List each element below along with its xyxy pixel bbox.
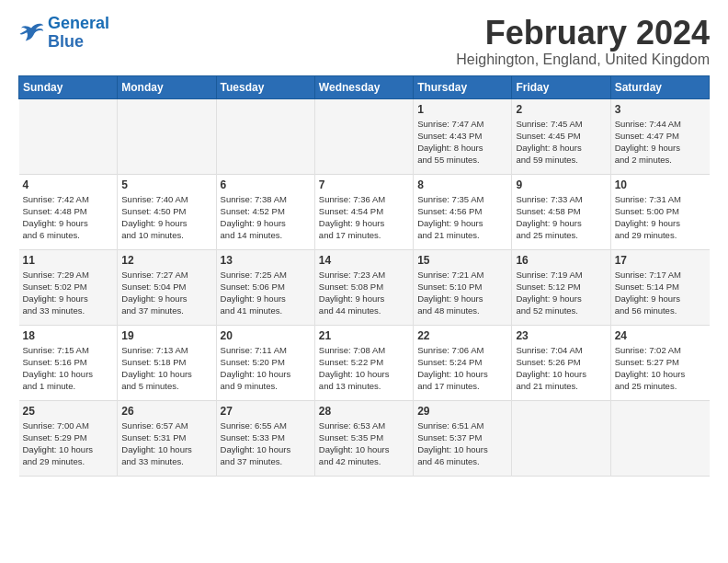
calendar-cell: 26Sunrise: 6:57 AM Sunset: 5:31 PM Dayli… [118, 400, 216, 476]
calendar-cell: 8Sunrise: 7:35 AM Sunset: 4:56 PM Daylig… [414, 174, 512, 249]
title-section: February 2024 Heighington, England, Unit… [456, 15, 710, 68]
logo-bird-icon [18, 22, 44, 44]
day-info: Sunrise: 7:17 AM Sunset: 5:14 PM Dayligh… [615, 269, 706, 317]
calendar-cell: 1Sunrise: 7:47 AM Sunset: 4:43 PM Daylig… [414, 98, 512, 174]
calendar-cell: 21Sunrise: 7:08 AM Sunset: 5:22 PM Dayli… [314, 325, 413, 400]
weekday-header-monday: Monday [118, 75, 216, 98]
calendar-cell [512, 400, 610, 476]
day-number: 28 [319, 405, 409, 418]
weekday-header-saturday: Saturday [610, 75, 709, 98]
calendar-cell: 22Sunrise: 7:06 AM Sunset: 5:24 PM Dayli… [414, 325, 512, 400]
day-info: Sunrise: 7:38 AM Sunset: 4:52 PM Dayligh… [221, 193, 311, 242]
calendar-cell: 16Sunrise: 7:19 AM Sunset: 5:12 PM Dayli… [512, 249, 610, 325]
calendar-cell: 19Sunrise: 7:13 AM Sunset: 5:18 PM Dayli… [118, 325, 216, 400]
day-info: Sunrise: 7:21 AM Sunset: 5:10 PM Dayligh… [417, 269, 507, 317]
day-info: Sunrise: 6:53 AM Sunset: 5:35 PM Dayligh… [319, 419, 409, 468]
calendar-cell: 27Sunrise: 6:55 AM Sunset: 5:33 PM Dayli… [216, 400, 314, 476]
weekday-header-row: SundayMondayTuesdayWednesdayThursdayFrid… [19, 75, 710, 98]
calendar-cell: 5Sunrise: 7:40 AM Sunset: 4:50 PM Daylig… [118, 174, 216, 249]
calendar-cell [610, 400, 709, 476]
day-number: 22 [417, 329, 507, 342]
day-number: 16 [516, 254, 606, 267]
logo-text: General Blue [48, 15, 109, 52]
calendar-cell: 3Sunrise: 7:44 AM Sunset: 4:47 PM Daylig… [610, 98, 709, 174]
calendar-table: SundayMondayTuesdayWednesdayThursdayFrid… [18, 75, 710, 477]
day-info: Sunrise: 7:29 AM Sunset: 5:02 PM Dayligh… [23, 269, 114, 317]
calendar-week-row: 4Sunrise: 7:42 AM Sunset: 4:48 PM Daylig… [19, 174, 710, 249]
day-info: Sunrise: 7:00 AM Sunset: 5:29 PM Dayligh… [23, 419, 114, 468]
day-number: 7 [319, 178, 409, 191]
day-number: 25 [23, 405, 114, 418]
day-number: 13 [221, 254, 311, 267]
day-info: Sunrise: 7:33 AM Sunset: 4:58 PM Dayligh… [516, 193, 606, 242]
logo: General Blue [18, 15, 109, 52]
day-number: 11 [23, 254, 114, 267]
day-number: 21 [319, 329, 409, 342]
calendar-cell: 18Sunrise: 7:15 AM Sunset: 5:16 PM Dayli… [19, 325, 118, 400]
logo-general: General [48, 14, 109, 32]
day-number: 15 [417, 254, 507, 267]
day-number: 3 [615, 103, 706, 116]
calendar-cell: 4Sunrise: 7:42 AM Sunset: 4:48 PM Daylig… [19, 174, 118, 249]
day-number: 17 [615, 254, 706, 267]
calendar-cell: 2Sunrise: 7:45 AM Sunset: 4:45 PM Daylig… [512, 98, 610, 174]
day-info: Sunrise: 7:08 AM Sunset: 5:22 PM Dayligh… [319, 344, 409, 393]
calendar-cell: 7Sunrise: 7:36 AM Sunset: 4:54 PM Daylig… [314, 174, 413, 249]
day-number: 10 [615, 178, 706, 191]
day-info: Sunrise: 7:25 AM Sunset: 5:06 PM Dayligh… [221, 269, 311, 317]
calendar-cell: 15Sunrise: 7:21 AM Sunset: 5:10 PM Dayli… [414, 249, 512, 325]
calendar-cell: 14Sunrise: 7:23 AM Sunset: 5:08 PM Dayli… [314, 249, 413, 325]
day-info: Sunrise: 7:42 AM Sunset: 4:48 PM Dayligh… [23, 193, 114, 242]
day-number: 12 [121, 254, 211, 267]
day-number: 29 [417, 405, 507, 418]
day-number: 5 [121, 178, 211, 191]
month-title: February 2024 [456, 15, 710, 52]
day-number: 19 [121, 329, 211, 342]
day-info: Sunrise: 7:06 AM Sunset: 5:24 PM Dayligh… [417, 344, 507, 393]
day-number: 24 [615, 329, 706, 342]
calendar-week-row: 18Sunrise: 7:15 AM Sunset: 5:16 PM Dayli… [19, 325, 710, 400]
weekday-header-wednesday: Wednesday [314, 75, 413, 98]
day-number: 14 [319, 254, 409, 267]
day-number: 18 [23, 329, 114, 342]
weekday-header-tuesday: Tuesday [216, 75, 314, 98]
calendar-cell: 20Sunrise: 7:11 AM Sunset: 5:20 PM Dayli… [216, 325, 314, 400]
calendar-cell [118, 98, 216, 174]
calendar-cell [216, 98, 314, 174]
day-info: Sunrise: 7:11 AM Sunset: 5:20 PM Dayligh… [221, 344, 311, 393]
day-info: Sunrise: 7:19 AM Sunset: 5:12 PM Dayligh… [516, 269, 606, 317]
calendar-cell: 13Sunrise: 7:25 AM Sunset: 5:06 PM Dayli… [216, 249, 314, 325]
calendar-week-row: 25Sunrise: 7:00 AM Sunset: 5:29 PM Dayli… [19, 400, 710, 476]
day-number: 27 [221, 405, 311, 418]
day-info: Sunrise: 7:02 AM Sunset: 5:27 PM Dayligh… [615, 344, 706, 393]
day-info: Sunrise: 7:15 AM Sunset: 5:16 PM Dayligh… [23, 344, 114, 393]
page-header: General Blue February 2024 Heighington, … [18, 15, 710, 68]
day-info: Sunrise: 7:27 AM Sunset: 5:04 PM Dayligh… [121, 269, 211, 317]
calendar-cell: 12Sunrise: 7:27 AM Sunset: 5:04 PM Dayli… [118, 249, 216, 325]
weekday-header-thursday: Thursday [414, 75, 512, 98]
day-number: 9 [516, 178, 606, 191]
day-number: 4 [23, 178, 114, 191]
day-number: 1 [417, 103, 507, 116]
day-number: 8 [417, 178, 507, 191]
calendar-page: General Blue February 2024 Heighington, … [0, 0, 728, 488]
calendar-cell: 25Sunrise: 7:00 AM Sunset: 5:29 PM Dayli… [19, 400, 118, 476]
weekday-header-sunday: Sunday [19, 75, 118, 98]
location: Heighington, England, United Kingdom [456, 52, 710, 68]
day-number: 23 [516, 329, 606, 342]
day-info: Sunrise: 7:23 AM Sunset: 5:08 PM Dayligh… [319, 269, 409, 317]
day-info: Sunrise: 7:31 AM Sunset: 5:00 PM Dayligh… [615, 193, 706, 242]
calendar-cell: 29Sunrise: 6:51 AM Sunset: 5:37 PM Dayli… [414, 400, 512, 476]
day-info: Sunrise: 7:47 AM Sunset: 4:43 PM Dayligh… [417, 118, 507, 167]
day-info: Sunrise: 7:13 AM Sunset: 5:18 PM Dayligh… [121, 344, 211, 393]
day-info: Sunrise: 7:45 AM Sunset: 4:45 PM Dayligh… [516, 118, 606, 167]
day-info: Sunrise: 7:44 AM Sunset: 4:47 PM Dayligh… [615, 118, 706, 167]
calendar-cell: 28Sunrise: 6:53 AM Sunset: 5:35 PM Dayli… [314, 400, 413, 476]
calendar-cell [19, 98, 118, 174]
day-number: 6 [221, 178, 311, 191]
calendar-week-row: 1Sunrise: 7:47 AM Sunset: 4:43 PM Daylig… [19, 98, 710, 174]
day-info: Sunrise: 6:55 AM Sunset: 5:33 PM Dayligh… [221, 419, 311, 468]
calendar-cell: 10Sunrise: 7:31 AM Sunset: 5:00 PM Dayli… [610, 174, 709, 249]
calendar-cell: 9Sunrise: 7:33 AM Sunset: 4:58 PM Daylig… [512, 174, 610, 249]
day-info: Sunrise: 7:04 AM Sunset: 5:26 PM Dayligh… [516, 344, 606, 393]
